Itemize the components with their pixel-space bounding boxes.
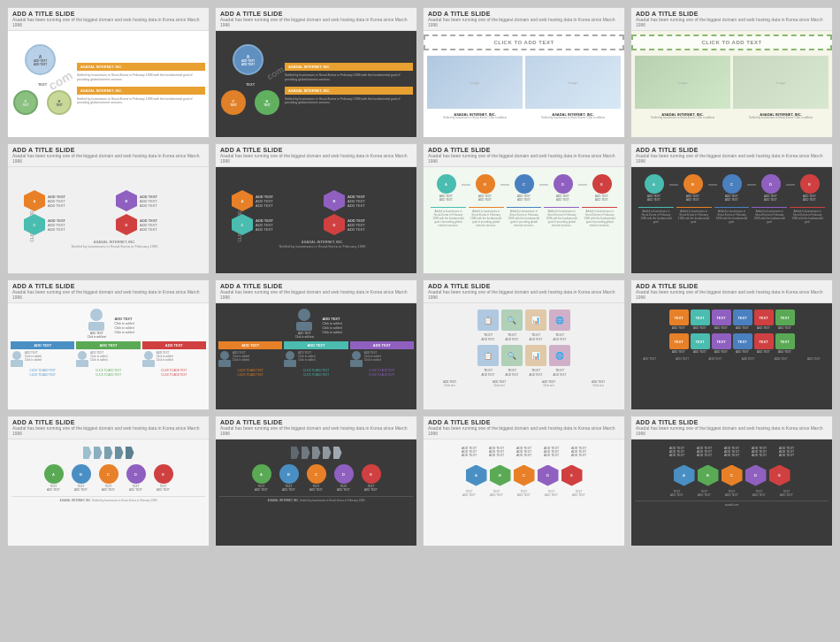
- slide-card-9[interactable]: ADD A TITLE SLIDE Asadal has been runnin…: [7, 279, 210, 410]
- slide-header-6: ADD A TITLE SLIDE Asadal has been runnin…: [216, 144, 416, 167]
- slide-sub-1: Asadal has been running one of the bigge…: [12, 17, 204, 27]
- slide-body-8: A ADD TEXTADD TEXT B ADD TEXTADD TEXT C …: [631, 167, 832, 273]
- slide-header-12: ADD A TITLE SLIDE Asadal has been runnin…: [631, 280, 832, 303]
- slide-header-8: ADD A TITLE SLIDE Asadal has been runnin…: [631, 144, 832, 167]
- slide-sub-4: Asadal has been running one of the bigge…: [636, 17, 828, 27]
- slide-title-1: ADD A TITLE SLIDE: [12, 11, 204, 17]
- slide-card-14[interactable]: ADD A TITLE SLIDE Asadal has been runnin…: [215, 416, 417, 546]
- slide-title-11: ADD A TITLE SLIDE: [428, 283, 620, 289]
- slide-body-9: ADD TEXTClick to add text ADD TEXT Click…: [8, 303, 209, 409]
- slide-sub-2: Asadal has been running one of the bigge…: [220, 17, 412, 27]
- slide-body-4: CLICK TO ADD TEXT Image Image ASADAL INT…: [631, 31, 832, 137]
- slide-card-6[interactable]: ADD A TITLE SLIDE Asadal has been runnin…: [215, 143, 417, 274]
- slide-header-7: ADD A TITLE SLIDE Asadal has been runnin…: [424, 144, 624, 167]
- slide-title-15: ADD A TITLE SLIDE: [428, 419, 620, 425]
- slide-card-1[interactable]: ADD A TITLE SLIDE Asadal has been runnin…: [7, 7, 210, 138]
- click-add-text-3: CLICK TO ADD TEXT: [424, 34, 624, 50]
- slide-card-5[interactable]: ADD A TITLE SLIDE Asadal has been runnin…: [7, 143, 210, 274]
- slide-body-14: A TEXTADD TEXT B TEXTADD TEXT C TEXTADD …: [216, 439, 416, 546]
- slide-body-3: CLICK TO ADD TEXT Image Image ASADAL INT…: [424, 31, 624, 137]
- slide-sub-3: Asadal has been running one of the bigge…: [428, 17, 620, 27]
- slide-title-10: ADD A TITLE SLIDE: [220, 283, 412, 289]
- slide-header-9: ADD A TITLE SLIDE Asadal has been runnin…: [8, 280, 209, 303]
- slide-body-10: ADD TEXTClick to add text ADD TEXT Click…: [216, 303, 416, 409]
- slide-title-6: ADD A TITLE SLIDE: [220, 147, 412, 153]
- slide-header-11: ADD A TITLE SLIDE Asadal has been runnin…: [424, 280, 624, 303]
- slide-sub-9: Asadal has been running one of the bigge…: [12, 289, 204, 300]
- slide-sub-14: Asadal has been running one of the bigge…: [220, 425, 412, 436]
- click-add-text-4: CLICK TO ADD TEXT: [631, 34, 832, 50]
- asadal-footer-dark: asadal.com: [725, 503, 738, 507]
- slide-sub-15: Asadal has been running one of the bigge…: [428, 425, 620, 436]
- slide-card-15[interactable]: ADD A TITLE SLIDE Asadal has been runnin…: [423, 416, 625, 546]
- slide-card-3[interactable]: ADD A TITLE SLIDE Asadal has been runnin…: [423, 7, 625, 138]
- slide-header-14: ADD A TITLE SLIDE Asadal has been runnin…: [216, 417, 416, 439]
- slide-header-5: ADD A TITLE SLIDE Asadal has been runnin…: [8, 144, 209, 167]
- slide-body-7: A ADD TEXTADD TEXT B ADD TEXTADD TEXT C …: [424, 167, 624, 273]
- slide-card-10[interactable]: ADD A TITLE SLIDE Asadal has been runnin…: [215, 279, 417, 410]
- slide-title-7: ADD A TITLE SLIDE: [428, 147, 620, 153]
- slide-title-14: ADD A TITLE SLIDE: [220, 419, 412, 425]
- slide-header-1: ADD A TITLE SLIDE Asadal has been runnin…: [8, 8, 209, 31]
- slide-header-15: ADD A TITLE SLIDE Asadal has been runnin…: [424, 417, 624, 439]
- slide-card-12[interactable]: ADD A TITLE SLIDE Asadal has been runnin…: [630, 279, 833, 410]
- slide-body-5: CLICK TO ADD TEXT A ADD TEXTADD TEXTADD …: [8, 167, 209, 273]
- slide-body-2: com AADD TEXTADD TEXT CTEXT BTEXT TEXT: [216, 31, 416, 137]
- slide-title-16: ADD A TITLE SLIDE: [636, 419, 828, 425]
- slide-body-12: TEXT ADD TEXT TEXT ADD TEXT TEXT ADD TEX…: [631, 303, 832, 409]
- slide-card-2[interactable]: ADD A TITLE SLIDE Asadal has been runnin…: [215, 7, 417, 138]
- slide-title-12: ADD A TITLE SLIDE: [636, 283, 828, 289]
- slide-sub-7: Asadal has been running one of the bigge…: [428, 153, 620, 164]
- slide-sub-13: Asadal has been running one of the bigge…: [12, 425, 204, 436]
- slide-title-13: ADD A TITLE SLIDE: [12, 419, 204, 425]
- slide-title-9: ADD A TITLE SLIDE: [12, 283, 204, 289]
- slide-grid: ADD A TITLE SLIDE Asadal has been runnin…: [7, 7, 833, 546]
- slide-card-13[interactable]: ADD A TITLE SLIDE Asadal has been runnin…: [7, 416, 210, 546]
- slide-sub-6: Asadal has been running one of the bigge…: [220, 153, 412, 164]
- slide-title-5: ADD A TITLE SLIDE: [12, 147, 204, 153]
- slide-header-10: ADD A TITLE SLIDE Asadal has been runnin…: [216, 280, 416, 303]
- slide-sub-10: Asadal has been running one of the bigge…: [220, 289, 412, 300]
- slide-sub-12: Asadal has been running one of the bigge…: [636, 289, 828, 300]
- slide-body-15: ADD TEXTADD TEXTADD TEXT ADD TEXTADD TEX…: [424, 439, 624, 546]
- slide-sub-5: Asadal has been running one of the bigge…: [12, 153, 204, 164]
- slide-card-16[interactable]: ADD A TITLE SLIDE Asadal has been runnin…: [630, 416, 833, 546]
- slide-title-2: ADD A TITLE SLIDE: [220, 11, 412, 17]
- slide-sub-8: Asadal has been running one of the bigge…: [636, 153, 828, 164]
- slide-header-3: ADD A TITLE SLIDE Asadal has been runnin…: [424, 8, 624, 31]
- slide-header-16: ADD A TITLE SLIDE Asadal has been runnin…: [631, 417, 832, 439]
- slide-card-8[interactable]: ADD A TITLE SLIDE Asadal has been runnin…: [630, 143, 833, 274]
- slide-header-2: ADD A TITLE SLIDE Asadal has been runnin…: [216, 8, 416, 31]
- slide-header-4: ADD A TITLE SLIDE Asadal has been runnin…: [631, 8, 832, 31]
- slide-title-4: ADD A TITLE SLIDE: [636, 11, 828, 17]
- slide-sub-11: Asadal has been running one of the bigge…: [428, 289, 620, 300]
- slide-body-13: A TEXTADD TEXT B TEXTADD TEXT C TEXTADD …: [8, 439, 209, 546]
- slide-card-7[interactable]: ADD A TITLE SLIDE Asadal has been runnin…: [423, 143, 625, 274]
- slide-body-11: 📋 TEXTADD TEXT 🔍 TEXTADD TEXT 📊 TEXTADD …: [424, 303, 624, 409]
- slide-body-6: CLICK TO ADD TEXT A ADD TEXTADD TEXTADD …: [216, 167, 416, 273]
- slide-title-3: ADD A TITLE SLIDE: [428, 11, 620, 17]
- slide-title-8: ADD A TITLE SLIDE: [636, 147, 828, 153]
- slide-card-11[interactable]: ADD A TITLE SLIDE Asadal has been runnin…: [423, 279, 625, 410]
- slide-header-13: ADD A TITLE SLIDE Asadal has been runnin…: [8, 417, 209, 439]
- slide-card-4[interactable]: ADD A TITLE SLIDE Asadal has been runnin…: [630, 7, 833, 138]
- slide-sub-16: Asadal has been running one of the bigge…: [636, 425, 828, 436]
- slide-body-1: com AADD TEXTADD TEXT CTEXT BTEXT TEXT: [8, 31, 209, 137]
- slide-body-16: ADD TEXTADD TEXTADD TEXT ADD TEXTADD TEX…: [631, 439, 832, 546]
